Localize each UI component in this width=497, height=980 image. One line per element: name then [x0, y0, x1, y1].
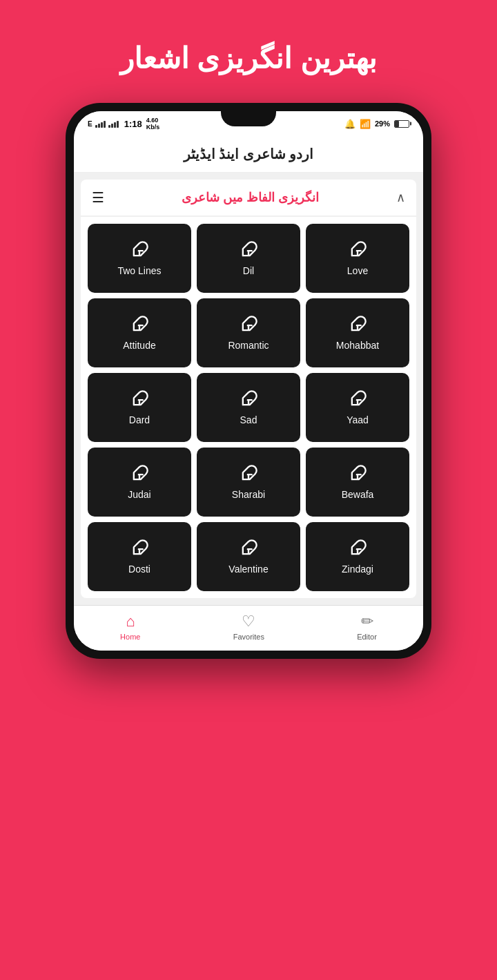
nav-item-home[interactable]: ⌂ Home [120, 613, 140, 641]
grid-item-romantic[interactable]: Romantic [197, 298, 300, 367]
notification-icon: 🔔 [344, 119, 355, 129]
feather-icon-sad [239, 390, 258, 409]
grid-item-attitude[interactable]: Attitude [88, 298, 191, 367]
home-icon: ⌂ [126, 613, 135, 631]
battery-fill [395, 121, 399, 127]
nav-label-home: Home [120, 633, 140, 641]
nav-label-editor: Editor [357, 633, 377, 641]
status-right: 🔔 📶 29% [344, 119, 409, 129]
grid-item-sharabi[interactable]: Sharabi [197, 448, 300, 517]
bottom-nav: ⌂ Home ♡ Favorites ✏ Editor [74, 605, 423, 651]
favorites-icon: ♡ [242, 613, 255, 631]
feather-icon-zindagi [348, 539, 367, 558]
signal-bars-2 [108, 119, 119, 128]
feather-icon-attitude [130, 315, 149, 334]
status-time: 1:18 [124, 119, 142, 129]
category-title: انگریزی الفاظ میں شاعری [182, 190, 319, 205]
chevron-up-icon[interactable]: ∧ [396, 190, 405, 205]
grid-item-label-zindagi: Zindagi [342, 564, 373, 575]
grid-item-mohabbat[interactable]: Mohabbat [306, 298, 409, 367]
phone-screen: E 1:18 4.60Kb/s 🔔 📶 [74, 111, 423, 651]
page-heading: بهترین انگریزی اشعار [106, 0, 391, 103]
grid-item-valentine[interactable]: Valentine [197, 522, 300, 591]
grid-item-dosti[interactable]: Dosti [88, 522, 191, 591]
grid-item-label-love: Love [347, 265, 368, 276]
grid-item-label-two-lines: Two Lines [117, 265, 161, 276]
carrier-e-icon: E [88, 120, 92, 128]
grid-item-label-mohabbat: Mohabbat [336, 340, 379, 351]
signal-bars-1 [95, 119, 106, 128]
grid-item-label-dard: Dard [129, 414, 150, 425]
grid-item-zindagi[interactable]: Zindagi [306, 522, 409, 591]
feather-icon-mohabbat [348, 315, 367, 334]
grid-item-label-sharabi: Sharabi [232, 489, 265, 500]
status-left: E 1:18 4.60Kb/s [88, 117, 159, 131]
category-header: ☰ انگریزی الفاظ میں شاعری ∧ [81, 180, 416, 215]
feather-icon-sharabi [239, 464, 258, 483]
grid-item-label-sad: Sad [240, 414, 257, 425]
wifi-icon: 📶 [360, 119, 371, 129]
feather-icon-yaad [348, 390, 367, 409]
grid-item-dard[interactable]: Dard [88, 373, 191, 442]
grid-item-label-yaad: Yaad [347, 414, 369, 425]
status-speed: 4.60Kb/s [146, 117, 160, 131]
nav-item-favorites[interactable]: ♡ Favorites [233, 613, 264, 641]
feather-icon-dil [239, 240, 258, 260]
feather-icon-dosti [130, 539, 149, 558]
nav-item-editor[interactable]: ✏ Editor [357, 613, 377, 641]
grid-item-label-romantic: Romantic [228, 340, 269, 351]
feather-icon-judai [130, 464, 149, 483]
nav-label-favorites: Favorites [233, 633, 264, 641]
content-area: ☰ انگریزی الفاظ میں شاعری ∧ Two Lines [74, 173, 423, 605]
app-bar: اردو شاعری اینڈ ایڈیٹر [74, 136, 423, 173]
editor-icon: ✏ [361, 613, 373, 631]
feather-icon-dard [130, 390, 149, 409]
phone-frame: E 1:18 4.60Kb/s 🔔 📶 [66, 103, 431, 659]
grid-item-judai[interactable]: Judai [88, 448, 191, 517]
feather-icon-bewafa [348, 464, 367, 483]
grid-item-yaad[interactable]: Yaad [306, 373, 409, 442]
battery-icon [394, 120, 409, 128]
grid-item-dil[interactable]: Dil [197, 224, 300, 293]
grid-item-label-valentine: Valentine [228, 564, 268, 575]
grid-item-label-bewafa: Bewafa [342, 489, 374, 500]
grid-item-label-dil: Dil [243, 265, 254, 276]
feather-icon-love [348, 240, 367, 260]
feather-icon-valentine [239, 539, 258, 558]
grid-item-sad[interactable]: Sad [197, 373, 300, 442]
battery-percent: 29% [375, 119, 390, 128]
grid-item-label-attitude: Attitude [123, 340, 155, 351]
grid-item-love[interactable]: Love [306, 224, 409, 293]
grid-item-bewafa[interactable]: Bewafa [306, 448, 409, 517]
phone-notch [221, 111, 276, 126]
grid-item-label-dosti: Dosti [128, 564, 150, 575]
feather-icon-two-lines [130, 240, 149, 260]
category-grid: Two Lines Dil Love [81, 217, 416, 598]
grid-item-label-judai: Judai [128, 489, 150, 500]
menu-icon[interactable]: ☰ [92, 189, 104, 206]
grid-item-two-lines[interactable]: Two Lines [88, 224, 191, 293]
feather-icon-romantic [239, 315, 258, 334]
